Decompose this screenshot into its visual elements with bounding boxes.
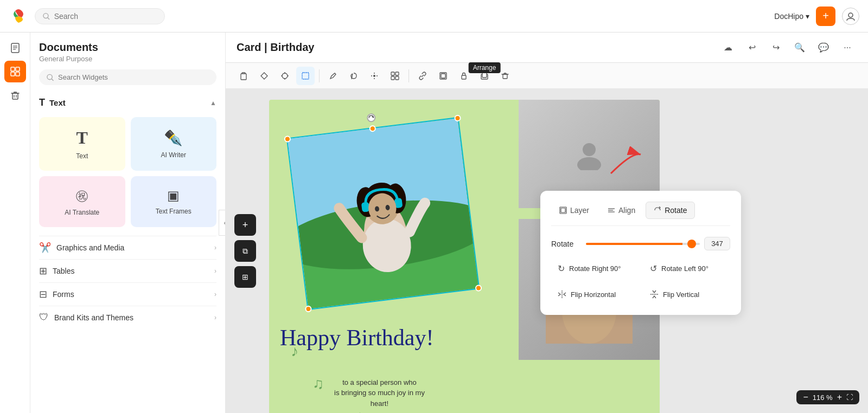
widget-text-frames[interactable]: ▣ Text Frames — [131, 176, 217, 227]
tab-align[interactable]: Align — [599, 202, 643, 219]
dochipo-button[interactable]: DocHipo ▾ — [774, 12, 809, 21]
toolbar-lock[interactable] — [455, 67, 473, 85]
toolbar-effects[interactable] — [365, 67, 384, 85]
svg-point-29 — [371, 75, 372, 76]
rotate-right-button[interactable]: ↻ Rotate Right 90° — [551, 258, 638, 279]
widgets-search-box[interactable] — [39, 69, 216, 85]
layer-tab-icon — [559, 206, 567, 214]
collapse-panel-handle[interactable]: ‹ — [219, 210, 226, 236]
widgets-search-input[interactable] — [58, 73, 209, 81]
menu-item-graphics[interactable]: ✂️ Graphics and Media › — [39, 236, 216, 259]
ai-writer-label: AI Writer — [161, 151, 186, 159]
zoom-bar: − 116 % + ⛶ — [796, 390, 859, 404]
tab-rotate-label: Rotate — [665, 206, 687, 215]
svg-point-3 — [848, 13, 853, 17]
selection-handle-tr[interactable] — [454, 114, 461, 121]
toolbar-lasso[interactable] — [344, 67, 363, 85]
logo-icon[interactable] — [9, 7, 28, 26]
forms-label: Forms — [53, 290, 74, 299]
search-icon — [43, 12, 50, 20]
comment-button[interactable]: 💬 — [814, 38, 833, 57]
redo-button[interactable]: ↪ — [766, 38, 786, 57]
canvas-area: Card | Birthday ☁ ↩ ↪ 🔍 💬 ··· — [226, 33, 868, 413]
widget-ai-translate[interactable]: ㊗ AI Translate — [39, 176, 125, 227]
toolbar-pen[interactable] — [324, 67, 342, 85]
rotate-left-button[interactable]: ↺ Rotate Left 90° — [643, 258, 730, 279]
selected-photo-frame[interactable] — [286, 117, 480, 311]
flip-vertical-button[interactable]: Flip Vertical — [643, 285, 730, 304]
svg-rect-9 — [16, 67, 20, 71]
rotate-handle[interactable] — [366, 113, 376, 122]
rotate-actions: ↻ Rotate Right 90° ↺ Rotate Left 90° Fli… — [551, 258, 730, 304]
add-element-button[interactable]: + — [234, 214, 256, 236]
text-section-label: Text — [49, 98, 66, 107]
ai-translate-label: AI Translate — [65, 209, 99, 216]
toolbar-delete[interactable] — [496, 67, 514, 85]
widget-text[interactable]: T Text — [39, 117, 125, 171]
toolbar-separator-1 — [319, 69, 320, 82]
toolbar-select[interactable] — [276, 67, 294, 85]
graphics-chevron: › — [214, 244, 216, 251]
menu-item-forms[interactable]: ⊟ Forms › — [39, 282, 216, 306]
zoom-out-button[interactable]: − — [803, 392, 808, 402]
sidebar-item-widgets[interactable] — [4, 61, 26, 82]
text-section-header[interactable]: T Text ▲ — [39, 94, 216, 112]
flip-horizontal-button[interactable]: Flip Horizontal — [551, 285, 638, 304]
widgets-icon — [10, 66, 21, 77]
text-frames-icon: ▣ — [167, 188, 180, 203]
flip-horizontal-icon — [558, 290, 566, 299]
toolbar-erase[interactable] — [255, 67, 273, 85]
svg-rect-11 — [16, 72, 20, 76]
svg-line-16 — [52, 79, 53, 80]
svg-point-42 — [577, 157, 601, 170]
add-button[interactable]: + — [816, 7, 835, 26]
tables-icon: ⊞ — [39, 265, 47, 277]
svg-point-41 — [583, 143, 596, 156]
sidebar-item-trash[interactable] — [4, 85, 26, 106]
search-input[interactable] — [54, 12, 157, 21]
zoom-fit-button[interactable]: ⛶ — [846, 393, 853, 401]
cloud-save-button[interactable]: ☁ — [718, 38, 738, 57]
toolbar-link[interactable] — [413, 67, 432, 85]
sidebar-item-document[interactable] — [4, 37, 26, 59]
search-box[interactable] — [35, 8, 165, 24]
canvas-content: + ⧉ ⊞ ♪ ♫ ♪ — [226, 89, 868, 413]
toolbar-arrange[interactable]: Arrange — [475, 67, 494, 85]
widget-ai-writer[interactable]: ✒️ AI Writer — [131, 117, 217, 171]
selection-handle-br[interactable] — [475, 285, 482, 292]
toolbar-crop[interactable] — [296, 67, 315, 85]
toolbar-paste[interactable] — [234, 67, 253, 85]
toolbar-layers[interactable] — [434, 67, 452, 85]
more-button[interactable]: ··· — [838, 38, 857, 57]
svg-rect-40 — [503, 74, 507, 79]
music-note-2: ♫ — [312, 375, 324, 392]
tables-chevron: › — [214, 267, 216, 275]
canvas-background: + ⧉ ⊞ ♪ ♫ ♪ — [226, 89, 868, 413]
widgets-panel: Documents General Purpose T Text ▲ T Tex… — [30, 33, 226, 413]
tab-rotate[interactable]: Rotate — [646, 202, 695, 219]
rotate-right-label: Rotate Right 90° — [569, 264, 621, 273]
menu-item-tables[interactable]: ⊞ Tables › — [39, 259, 216, 282]
rotate-value: 347 — [704, 237, 730, 250]
resize-button[interactable]: ⊞ — [234, 266, 256, 288]
zoom-in-button[interactable]: + — [837, 392, 842, 402]
duplicate-element-button[interactable]: ⧉ — [234, 240, 256, 262]
search-canvas-button[interactable]: 🔍 — [790, 38, 809, 57]
dochipo-label: DocHipo — [774, 12, 803, 21]
selection-handle-bl[interactable] — [305, 305, 312, 312]
user-button[interactable] — [842, 8, 859, 25]
svg-point-27 — [374, 73, 375, 74]
undo-button[interactable]: ↩ — [742, 38, 762, 57]
toolbar-texture[interactable] — [386, 67, 404, 85]
align-tab-icon — [608, 206, 615, 214]
menu-item-brand-kits[interactable]: 🛡 Brand Kits and Themes › — [39, 306, 216, 328]
tab-align-label: Align — [618, 206, 635, 215]
widget-grid: T Text ✒️ AI Writer ㊗ AI Translate ▣ Tex… — [39, 117, 216, 227]
rotate-panel: Layer Align Rotate Rotate — [540, 191, 741, 315]
arrange-tabs: Layer Align Rotate — [551, 202, 730, 226]
rotate-slider[interactable] — [586, 243, 700, 245]
tab-layer[interactable]: Layer — [551, 202, 597, 219]
trash-icon — [10, 90, 21, 101]
text-widget-label: Text — [76, 152, 88, 160]
user-avatar-icon — [846, 11, 856, 21]
